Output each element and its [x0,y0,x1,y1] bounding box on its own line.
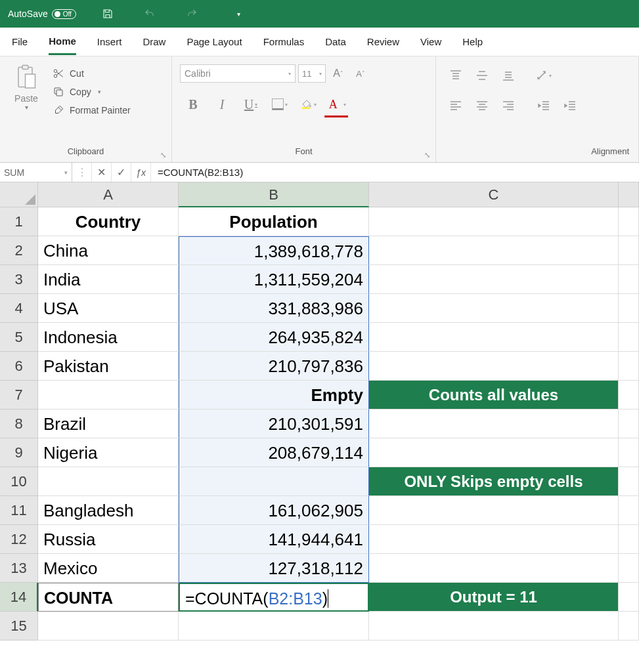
cell-a7[interactable] [38,381,179,410]
copy-dropdown-arrow[interactable]: ▾ [98,89,101,95]
align-bottom-icon[interactable] [496,66,520,85]
cell-c5[interactable] [369,323,619,352]
cell-a11[interactable]: Bangladesh [38,496,179,525]
row-head[interactable]: 6 [0,352,38,381]
cell-c7[interactable]: Counts all values [369,381,619,410]
name-box[interactable]: SUM▾ [0,163,72,182]
cell-c13[interactable] [369,554,619,583]
row-head[interactable]: 10 [0,467,38,496]
cell-b8[interactable]: 210,301,591 [179,410,369,438]
align-top-icon[interactable] [444,66,468,85]
cell-a5[interactable]: Indonesia [38,323,179,352]
cell-d6[interactable] [619,352,639,381]
cell-a3[interactable]: India [38,265,179,294]
align-right-icon[interactable] [496,96,520,116]
cell-d15[interactable] [619,612,639,640]
italic-button[interactable]: I [209,93,235,116]
undo-icon[interactable] [139,5,160,23]
cell-d10[interactable] [619,467,639,496]
cell-d12[interactable] [619,525,639,554]
cell-c4[interactable] [369,294,619,323]
tab-pagelayout[interactable]: Page Layout [187,30,242,54]
tab-home[interactable]: Home [49,29,76,55]
paste-button[interactable]: Paste ▾ [5,60,47,146]
qat-customize-icon[interactable]: ▾ [229,5,250,23]
cell-d5[interactable] [619,323,639,352]
cell-a10[interactable] [38,467,179,496]
cell-d3[interactable] [619,265,639,294]
font-color-button[interactable]: A ▾ [324,93,351,116]
cell-d8[interactable] [619,410,639,438]
cell-d1[interactable] [619,207,639,236]
font-launcher-icon[interactable]: ⤡ [424,151,430,159]
cell-d11[interactable] [619,496,639,525]
tab-data[interactable]: Data [325,30,346,54]
paste-dropdown-arrow[interactable]: ▾ [5,104,47,111]
formula-input[interactable]: =COUNTA(B2:B13) [151,164,639,180]
col-head-d[interactable] [619,182,639,207]
cell-d13[interactable] [619,554,639,583]
cell-d9[interactable] [619,438,639,467]
cell-b15[interactable] [179,612,369,640]
row-head[interactable]: 1 [0,207,38,236]
cell-b11[interactable]: 161,062,905 [179,496,369,525]
cell-d2[interactable] [619,236,639,265]
tab-formulas[interactable]: Formulas [263,30,305,54]
increase-indent-icon[interactable] [558,96,582,116]
cell-d7[interactable] [619,381,639,410]
autosave-control[interactable]: AutoSave Off [8,9,76,19]
cell-a6[interactable]: Pakistan [38,352,179,381]
cell-a8[interactable]: Brazil [38,410,179,438]
cell-b12[interactable]: 141,944,641 [179,525,369,554]
row-head[interactable]: 2 [0,236,38,265]
increase-font-icon[interactable]: A˄ [328,64,348,83]
tab-insert[interactable]: Insert [97,30,122,54]
format-painter-button[interactable]: Format Painter [51,101,132,119]
cell-a2[interactable]: China [38,236,179,265]
tab-help[interactable]: Help [462,30,483,54]
row-head[interactable]: 14 [0,583,38,612]
align-center-icon[interactable] [470,96,494,116]
autosave-toggle[interactable]: Off [52,9,76,19]
cell-b1[interactable]: Population [179,207,369,236]
select-all-corner[interactable] [0,182,38,207]
row-head[interactable]: 15 [0,612,38,640]
tab-view[interactable]: View [420,30,441,54]
tab-draw[interactable]: Draw [143,30,165,54]
bold-button[interactable]: B [180,93,206,116]
cell-c12[interactable] [369,525,619,554]
cell-d4[interactable] [619,294,639,323]
align-left-icon[interactable] [444,96,468,116]
cell-c14[interactable]: Output = 11 [369,583,619,612]
row-head[interactable]: 11 [0,496,38,525]
cell-b9[interactable]: 208,679,114 [179,438,369,467]
cell-c11[interactable] [369,496,619,525]
cell-b6[interactable]: 210,797,836 [179,352,369,381]
cell-b5[interactable]: 264,935,824 [179,323,369,352]
cell-b14[interactable]: =COUNTA(B2:B13) [179,583,369,612]
orientation-icon[interactable]: ▾ [532,66,556,85]
cell-c3[interactable] [369,265,619,294]
cell-a9[interactable]: Nigeria [38,438,179,467]
font-name-select[interactable]: Calibri▾ [180,64,296,83]
cell-d14[interactable] [619,583,639,612]
cell-a4[interactable]: USA [38,294,179,323]
cell-c1[interactable] [369,207,619,236]
cut-button[interactable]: Cut [51,64,132,83]
underline-button[interactable]: U ▾ [238,93,264,116]
cell-c9[interactable] [369,438,619,467]
spreadsheet[interactable]: A B C 1 Country Population 2 China 1,389… [0,182,639,640]
cell-a1[interactable]: Country [38,207,179,236]
copy-button[interactable]: Copy ▾ [51,83,132,101]
col-head-a[interactable]: A [38,182,179,207]
cell-c6[interactable] [369,352,619,381]
row-head[interactable]: 7 [0,381,38,410]
cell-c2[interactable] [369,236,619,265]
border-button[interactable]: ▾ [267,93,293,116]
cell-a13[interactable]: Mexico [38,554,179,583]
cell-a12[interactable]: Russia [38,525,179,554]
row-head[interactable]: 5 [0,323,38,352]
align-middle-icon[interactable] [470,66,494,85]
cell-b4[interactable]: 331,883,986 [179,294,369,323]
cell-b7[interactable]: Empty [179,381,369,410]
